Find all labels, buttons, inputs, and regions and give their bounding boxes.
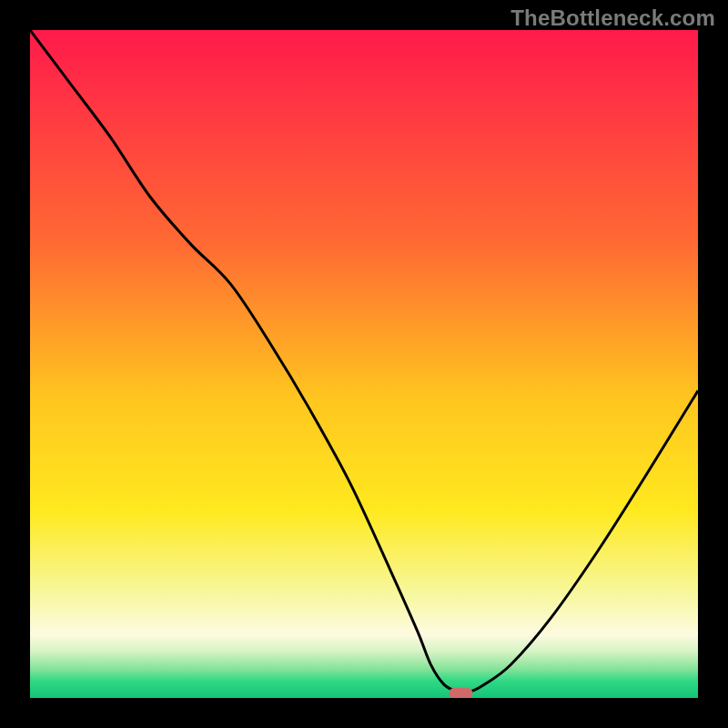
bottleneck-chart (0, 0, 728, 728)
watermark-text: TheBottleneck.com (511, 5, 715, 31)
optimal-marker (449, 688, 472, 699)
chart-container: TheBottleneck.com (0, 0, 728, 728)
chart-background-gradient (30, 30, 698, 698)
